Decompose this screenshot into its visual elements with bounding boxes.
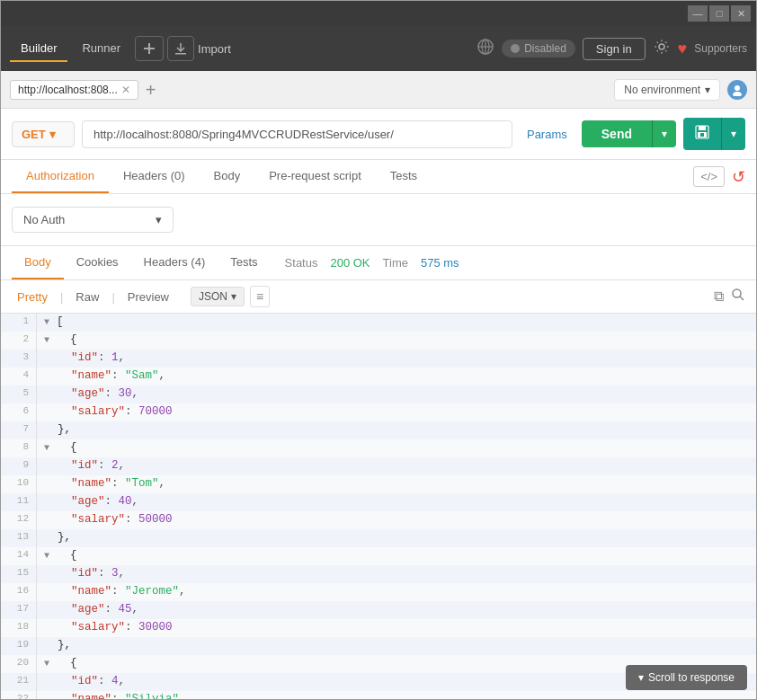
json-key: "id" [71, 567, 98, 580]
line-content: "salary": 70000 [37, 403, 756, 421]
json-punctuation: , [132, 603, 139, 616]
json-key: "id" [71, 351, 98, 364]
json-string: "Silvia" [125, 693, 179, 699]
tab-tests[interactable]: Tests [376, 160, 432, 193]
json-number: 70000 [138, 405, 173, 418]
collapse-arrow[interactable]: ▼ [44, 443, 55, 453]
json-number: 2 [111, 459, 119, 472]
json-format-selector[interactable]: JSON ▾ [191, 287, 245, 306]
line-content: "name": "Sam", [37, 368, 756, 385]
response-tabs-bar: Body Cookies Headers (4) Tests Status 20… [1, 246, 756, 280]
redo-button[interactable]: ↺ [732, 167, 745, 187]
json-key: "id" [71, 675, 98, 687]
json-punctuation: , [132, 495, 139, 508]
supporters-link[interactable]: Supporters [694, 42, 747, 55]
heart-icon[interactable]: ♥ [678, 40, 688, 58]
line-content: "name": "Silvia", [37, 691, 756, 699]
send-group: Send ▾ [582, 120, 676, 147]
minimize-button[interactable]: — [688, 5, 708, 22]
json-number: 50000 [138, 513, 173, 526]
json-number: 3 [111, 567, 119, 580]
line-content: "id": 2, [37, 457, 756, 475]
auth-type-dropdown[interactable]: No Auth ▾ [12, 207, 174, 233]
json-punctuation: , [119, 567, 126, 580]
tab-headers[interactable]: Headers (0) [109, 160, 200, 193]
url-input[interactable] [82, 120, 512, 148]
line-content: "age": 45, [37, 601, 756, 619]
top-nav: Builder Runner Import Disabled Sign in ♥… [1, 26, 756, 71]
chevron-down-icon: ▾ [49, 128, 56, 141]
resp-tab-body[interactable]: Body [12, 246, 64, 279]
globe-button[interactable] [476, 38, 494, 60]
resp-tab-tests[interactable]: Tests [218, 246, 270, 279]
tab-authorization[interactable]: Authorization [12, 160, 109, 193]
tab-pre-request-script[interactable]: Pre-request script [254, 160, 376, 193]
preview-button[interactable]: Preview [122, 288, 174, 306]
builder-tab[interactable]: Builder [10, 36, 67, 62]
json-punctuation: , [159, 369, 166, 382]
line-number: 8 [1, 439, 37, 457]
svg-point-8 [735, 85, 740, 91]
close-button[interactable]: ✕ [731, 5, 751, 22]
import-label[interactable]: Import [198, 42, 231, 56]
json-viewer[interactable]: 1▼ [2▼ {3 "id": 1,4 "name": "Sam",5 "age… [1, 314, 756, 699]
time-label: Time [383, 256, 408, 270]
send-button[interactable]: Send [582, 120, 652, 147]
json-line: 8▼ { [1, 439, 756, 457]
new-tab-button[interactable] [135, 36, 164, 61]
scroll-to-response-button[interactable]: ▾ Scroll to response [626, 665, 747, 690]
wrap-button[interactable]: ≡ [250, 286, 270, 307]
line-number: 12 [1, 511, 37, 529]
line-number: 18 [1, 619, 37, 637]
resp-tab-headers[interactable]: Headers (4) [131, 246, 218, 279]
params-button[interactable]: Params [520, 128, 574, 141]
line-number: 3 [1, 350, 37, 368]
chevron-down-icon: ▾ [156, 213, 162, 226]
line-number: 19 [1, 637, 37, 655]
add-tab-button[interactable]: + [146, 81, 156, 99]
runner-tab[interactable]: Runner [71, 36, 131, 62]
chevron-down-icon: ▾ [705, 84, 710, 96]
json-line: 3 "id": 1, [1, 350, 756, 368]
copy-button[interactable]: ⧉ [714, 288, 724, 305]
pretty-button[interactable]: Pretty [12, 288, 53, 306]
json-bracket: { [70, 657, 77, 669]
user-avatar[interactable] [727, 80, 747, 100]
import-icon-button[interactable] [167, 36, 194, 61]
search-button[interactable] [731, 288, 745, 306]
line-number: 22 [1, 691, 37, 699]
save-button[interactable] [683, 118, 721, 150]
json-string: "Jerome" [125, 585, 179, 598]
json-bracket: }, [44, 639, 71, 651]
collapse-arrow[interactable]: ▼ [44, 335, 55, 345]
line-number: 6 [1, 403, 37, 421]
collapse-arrow[interactable]: ▼ [44, 551, 55, 561]
json-key: "name" [71, 693, 111, 699]
save-dropdown-button[interactable]: ▾ [721, 118, 745, 150]
status-value: 200 OK [330, 256, 370, 270]
code-button[interactable]: </> [693, 166, 725, 187]
signin-button[interactable]: Sign in [583, 38, 646, 60]
json-punctuation: : [111, 477, 125, 490]
line-number: 21 [1, 673, 37, 691]
json-punctuation: , [179, 585, 186, 598]
nav-right: Disabled Sign in ♥ Supporters [476, 38, 747, 60]
url-tab-close-icon[interactable]: ✕ [121, 84, 130, 96]
collapse-arrow[interactable]: ▼ [44, 317, 55, 327]
tab-body[interactable]: Body [200, 160, 255, 193]
line-content: ▼ { [37, 439, 756, 457]
titlebar: — □ ✕ [1, 1, 756, 26]
collapse-arrow[interactable]: ▼ [44, 659, 55, 669]
url-tab[interactable]: http://localhost:808... ✕ [10, 80, 138, 100]
json-punctuation: , [119, 351, 126, 364]
json-number: 30 [119, 387, 132, 400]
method-selector[interactable]: GET ▾ [12, 121, 75, 147]
resp-tab-cookies[interactable]: Cookies [64, 246, 131, 279]
settings-icon[interactable] [653, 38, 671, 60]
raw-button[interactable]: Raw [70, 288, 104, 306]
env-dropdown-label: No environment [624, 84, 700, 96]
line-content: }, [37, 421, 756, 439]
maximize-button[interactable]: □ [709, 5, 729, 22]
environment-dropdown[interactable]: No environment ▾ [614, 79, 720, 101]
send-dropdown-button[interactable]: ▾ [652, 120, 676, 147]
